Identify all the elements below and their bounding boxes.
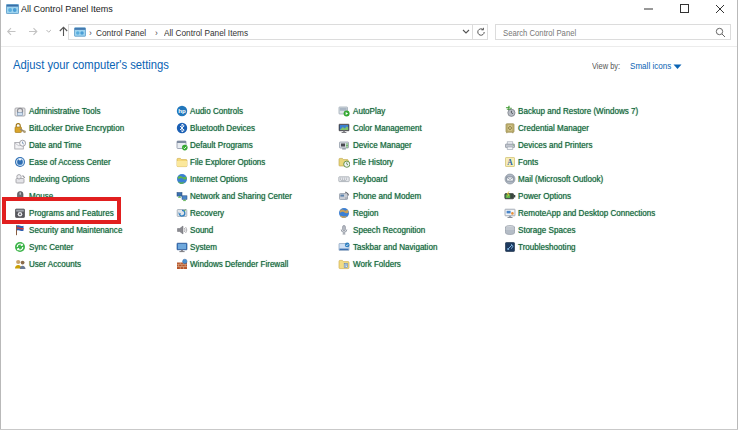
svg-text:hp: hp: [178, 107, 186, 114]
svg-text:A: A: [507, 158, 513, 167]
